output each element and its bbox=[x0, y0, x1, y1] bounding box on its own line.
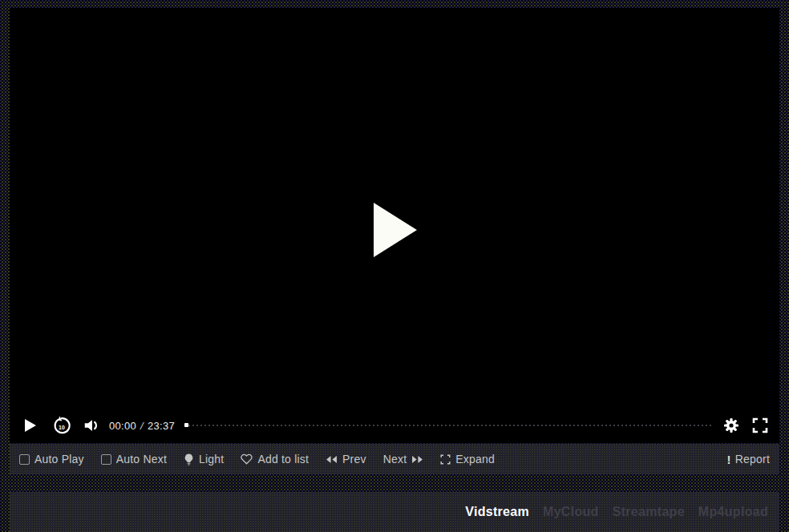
server-mp4upload[interactable]: Mp4upload bbox=[698, 505, 768, 519]
fullscreen-icon bbox=[752, 417, 768, 433]
settings-button[interactable] bbox=[722, 417, 740, 434]
current-time: 00:00 bbox=[109, 420, 136, 432]
video-player[interactable]: 10 00:00 / 23:37 bbox=[10, 8, 779, 443]
auto-play-label: Auto Play bbox=[34, 453, 84, 466]
prev-icon bbox=[326, 455, 338, 464]
fullscreen-button[interactable] bbox=[751, 417, 768, 434]
next-episode-button[interactable]: Next bbox=[383, 453, 424, 466]
player-control-bar: 10 00:00 / 23:37 bbox=[10, 408, 779, 443]
heart-icon bbox=[241, 453, 253, 465]
light-toggle[interactable]: Light bbox=[184, 453, 224, 466]
server-mycloud[interactable]: MyCloud bbox=[543, 505, 599, 519]
expand-button[interactable]: Expand bbox=[440, 453, 495, 466]
next-icon bbox=[411, 455, 423, 464]
big-play-button[interactable] bbox=[372, 201, 419, 259]
play-triangle-icon bbox=[372, 201, 419, 259]
auto-play-toggle[interactable]: Auto Play bbox=[19, 453, 84, 466]
add-to-list-label: Add to list bbox=[257, 453, 309, 466]
auto-next-toggle[interactable]: Auto Next bbox=[101, 453, 167, 466]
report-button[interactable]: ! Report bbox=[727, 453, 770, 466]
auto-next-checkbox-icon[interactable] bbox=[101, 454, 111, 465]
add-to-list-button[interactable]: Add to list bbox=[241, 453, 309, 466]
time-separator: / bbox=[140, 420, 144, 432]
next-label: Next bbox=[383, 453, 407, 466]
volume-button[interactable] bbox=[82, 416, 101, 435]
expand-icon bbox=[440, 454, 451, 465]
report-icon: ! bbox=[727, 453, 731, 466]
settings-gear-icon bbox=[723, 417, 739, 433]
rewind-10-label: 10 bbox=[59, 424, 65, 429]
player-toolbar: Auto Play Auto Next Light Add to l bbox=[10, 444, 779, 474]
server-vidstream[interactable]: Vidstream bbox=[465, 505, 529, 519]
auto-next-label: Auto Next bbox=[116, 453, 167, 466]
server-streamtape[interactable]: Streamtape bbox=[613, 505, 685, 519]
seek-track bbox=[184, 425, 711, 426]
server-select-panel: Vidstream MyCloud Streamtape Mp4upload bbox=[10, 492, 779, 532]
expand-label: Expand bbox=[455, 453, 495, 466]
auto-play-checkbox-icon[interactable] bbox=[19, 454, 30, 465]
duration: 23:37 bbox=[148, 420, 175, 432]
page-background: 10 00:00 / 23:37 bbox=[0, 0, 789, 532]
rewind-10-button[interactable]: 10 bbox=[51, 415, 72, 436]
prev-episode-button[interactable]: Prev bbox=[326, 453, 366, 466]
volume-icon bbox=[83, 417, 100, 434]
play-icon bbox=[24, 418, 37, 433]
light-label: Light bbox=[199, 453, 224, 466]
report-label: Report bbox=[735, 453, 770, 466]
playhead-handle[interactable] bbox=[184, 423, 188, 427]
seek-bar[interactable] bbox=[184, 420, 711, 431]
lightbulb-icon bbox=[184, 453, 194, 466]
time-display: 00:00 / 23:37 bbox=[109, 420, 175, 432]
play-button[interactable] bbox=[21, 416, 40, 435]
prev-label: Prev bbox=[342, 453, 366, 466]
